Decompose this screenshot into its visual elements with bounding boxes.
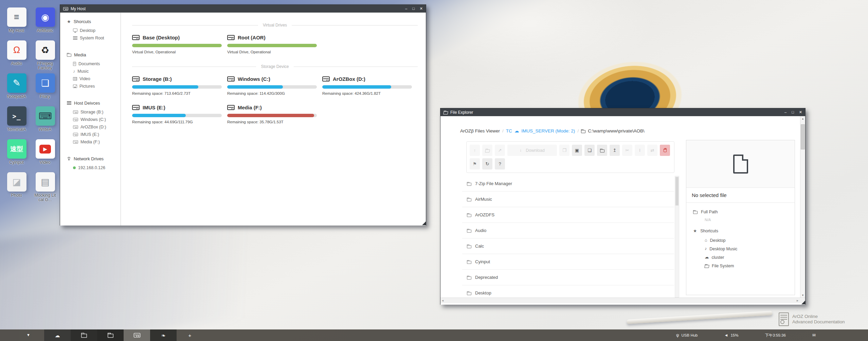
drive-entry[interactable]: Root (AOR) Virtual Drive, Operational (227, 34, 317, 54)
file-row[interactable]: 7-Zip File Manager (462, 176, 674, 192)
scroll-down-arrow[interactable]: ▾ (800, 293, 805, 297)
vertical-scroll-thumb[interactable] (801, 124, 805, 149)
desktop-icon[interactable]: ▶ Video (32, 139, 58, 172)
sidebar-item[interactable]: Media (F:) (73, 138, 121, 146)
rename-icon: I (639, 148, 640, 152)
taskbar-app-button[interactable] (124, 329, 150, 341)
sidebar-item[interactable]: System Root (73, 34, 121, 42)
desktop-icon[interactable]: ✎ NotepadA (3, 73, 30, 106)
sidebar-item[interactable]: Documents (73, 60, 121, 68)
sidebar-item[interactable]: 192.168.0.126 (73, 164, 121, 172)
taskbar-app-button[interactable]: ☁ (44, 329, 71, 341)
sidebar-section-header[interactable]: Network Drives (67, 155, 121, 162)
drive-entry[interactable]: Windows (C:) Remaining space: 114.42G/30… (227, 75, 317, 95)
toolbar-button[interactable]: ⇄ (647, 145, 657, 156)
taskbar-status-item[interactable]: 下午3:55:36 (765, 333, 785, 338)
sidebar-item[interactable]: Video (73, 75, 121, 83)
minimize-button[interactable]: – (784, 110, 786, 114)
file-row[interactable]: Calc (462, 238, 674, 254)
toolbar-button[interactable] (597, 145, 607, 156)
toolbar-button[interactable]: ❏ (584, 145, 595, 156)
scroll-right-arrow[interactable]: ▸ (797, 299, 798, 302)
file-list-scroll-thumb[interactable] (675, 177, 679, 205)
toolbar-button[interactable]: ⚑ (470, 158, 480, 169)
file-row[interactable]: Audio (462, 223, 674, 238)
sidebar-section-header[interactable]: Shorcuts (67, 18, 121, 25)
drive-entry[interactable]: Media (F:) Remaining space: 35.78G/1.53T (227, 104, 317, 124)
toolbar-button[interactable]: ? (495, 158, 505, 169)
breadcrumb-host-link[interactable]: IMUS_SERVER (Mode: 2) (521, 128, 575, 133)
toolbar-button[interactable] (482, 145, 492, 156)
sidebar-item[interactable]: Music (73, 68, 121, 75)
file-row[interactable]: Desktop (462, 285, 674, 298)
taskbar-app-button[interactable]: + (177, 329, 203, 341)
desktop-icon[interactable]: >_ TerminalA (3, 106, 30, 139)
maximize-button[interactable]: □ (412, 7, 415, 11)
window-controls: – □ ✕ (784, 110, 802, 114)
sidebar-item[interactable]: IMUS (E:) (73, 131, 121, 138)
window-vertical-scrollbar[interactable]: ▴ ▾ (800, 116, 805, 298)
window-resize-handle[interactable] (801, 301, 805, 304)
toolbar-button[interactable]: ↑ (470, 145, 480, 156)
desktop-icon[interactable]: 速型 Cyinput (3, 139, 30, 172)
taskbar-chevron-icon[interactable]: ▼ (26, 333, 30, 337)
scroll-up-arrow[interactable]: ▴ (800, 117, 805, 120)
file-row[interactable]: Deprecated (462, 270, 674, 285)
breadcrumb-host-prefix[interactable]: TC (506, 128, 512, 133)
taskbar-status-item[interactable]: ✉ (812, 333, 816, 337)
maximize-button[interactable]: □ (792, 110, 794, 114)
desktop-icon[interactable]: ⌨ WriteA (32, 106, 58, 139)
toolbar-button[interactable]: ↻ (482, 158, 492, 169)
window-horizontal-scrollbar[interactable]: ◂ ▸ (440, 298, 805, 303)
sidebar-item[interactable]: Storage (B:) (73, 108, 121, 116)
close-button[interactable]: ✕ (799, 110, 802, 114)
toolbar-button[interactable]: ↥ (610, 145, 620, 156)
desktop-icon[interactable]: ♻ FFmpeg Factory (32, 40, 58, 73)
sidebar-section-header[interactable]: Host Deivces (67, 100, 121, 106)
desktop-icon[interactable]: Ω Audio (3, 40, 30, 73)
toolbar-button[interactable]: ▣ (572, 145, 582, 156)
taskbar-app-button[interactable]: ❧ (150, 329, 177, 341)
file-row[interactable]: ArOZDFS (462, 207, 674, 223)
shortcut-item[interactable]: Desktop Music (705, 245, 788, 253)
toolbar-button[interactable]: I (635, 145, 645, 156)
desktop-icon-label: Audio (11, 61, 22, 66)
sidebar-item[interactable]: ArOZBox (D:) (73, 123, 121, 131)
drive-entry[interactable]: Storage (B:) Remaining space: 713.64G/2.… (132, 75, 222, 95)
toolbar-button[interactable]: ↗ (495, 145, 505, 156)
desktop-icon[interactable]: ≡ My Host (3, 7, 30, 40)
file-row[interactable]: AirMusic (462, 192, 674, 207)
drive-name: Windows (C:) (238, 76, 270, 82)
shortcut-item[interactable]: File System (705, 262, 788, 270)
drive-entry[interactable]: ArOZBox (D:) Remaining space: 424.36G/1.… (322, 75, 412, 95)
shortcut-item[interactable]: Desktop (705, 236, 788, 245)
shortcut-item[interactable]: cluster (705, 253, 788, 262)
drive-entry[interactable]: Base (Desktop) Virtual Drive, Operationa… (132, 34, 222, 54)
bookmark-icon: ⚑ (473, 162, 477, 166)
toolbar-button[interactable] (660, 145, 670, 156)
taskbar-status-item[interactable]: ψ USB Hub (676, 333, 698, 337)
file-explorer-titlebar[interactable]: File Explorer – □ ✕ (440, 108, 805, 116)
taskbar-app-button[interactable] (97, 329, 124, 341)
scroll-left-arrow[interactable]: ◂ (442, 299, 444, 302)
desktop-icon[interactable]: ▤ Mocking Lit cal G... (32, 172, 58, 205)
sidebar-item[interactable]: Pictures (73, 83, 121, 90)
taskbar-status-item[interactable]: ◄ 15% (724, 333, 739, 337)
desktop-icon[interactable]: ◪ Photo (3, 172, 30, 205)
sidebar-item[interactable]: Windows (C:) (73, 116, 121, 123)
toolbar-button[interactable]: ↓ Download (507, 145, 557, 156)
drive-entry[interactable]: IMUS (E:) Remaining space: 44.69G/111.79… (132, 104, 222, 124)
file-list-scrollbar[interactable] (675, 176, 679, 298)
desktop-icon[interactable]: ❏ Filary (32, 73, 58, 106)
sidebar-section-header[interactable]: Media (67, 51, 121, 58)
toolbar-button[interactable]: ✂ (622, 145, 632, 156)
taskbar-app-button[interactable] (71, 329, 97, 341)
file-row[interactable]: Cyinput (462, 254, 674, 270)
sidebar-item[interactable]: Desktop (73, 27, 121, 34)
close-button[interactable]: ✕ (420, 7, 423, 11)
window-resize-handle[interactable] (422, 221, 426, 225)
toolbar-button[interactable]: ❐ (559, 145, 569, 156)
minimize-button[interactable]: – (405, 7, 407, 11)
desktop-icon[interactable]: ◉ AirMusic (32, 7, 58, 40)
my-host-titlebar[interactable]: My Host – □ ✕ (60, 5, 426, 13)
